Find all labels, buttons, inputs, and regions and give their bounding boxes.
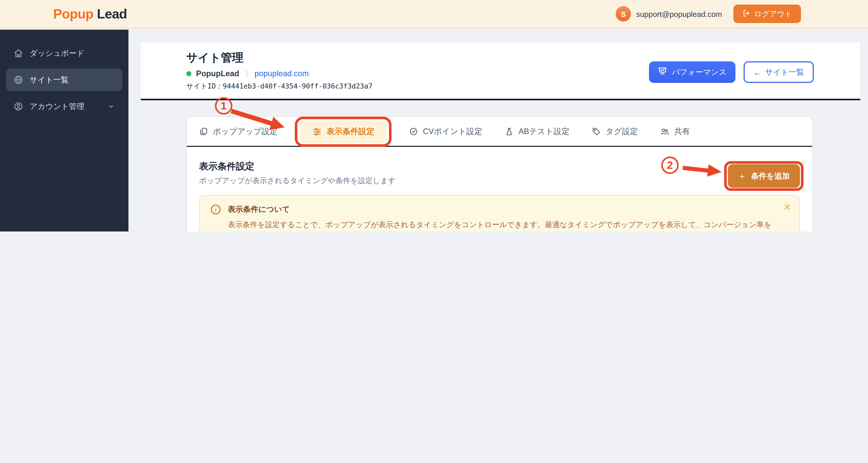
section-header: 表示条件設定 ポップアップが表示されるタイミングや条件を設定します ＋ 条件を追… — [187, 147, 812, 186]
add-condition-button[interactable]: ＋ 条件を追加 — [727, 164, 800, 188]
section-header-text: 表示条件設定 ポップアップが表示されるタイミングや条件を設定します — [199, 160, 396, 186]
close-icon[interactable]: ✕ — [783, 202, 791, 213]
chevron-down-icon — [107, 102, 115, 110]
site-domain-link[interactable]: popuplead.com — [255, 69, 309, 78]
info-title: 表示条件について — [228, 204, 777, 214]
users-icon — [660, 127, 670, 136]
logout-icon — [742, 9, 750, 19]
status-dot — [186, 71, 191, 76]
tab-display-conditions-wrap: 表示条件設定 — [300, 120, 386, 143]
tab-display-conditions[interactable]: 表示条件設定 — [300, 120, 386, 143]
user-identity: S support@popuplead.com — [616, 6, 722, 22]
performance-button[interactable]: パフォーマンス — [649, 61, 736, 83]
user-email: support@popuplead.com — [636, 9, 722, 18]
back-to-sites-button[interactable]: ← サイト一覧 — [744, 61, 814, 83]
tab-popup-settings[interactable]: ポップアップ設定 — [199, 126, 277, 137]
logout-label: ログアウト — [754, 9, 792, 19]
site-id: サイトID：94441eb3-d40f-4354-90ff-036c3f3d23… — [186, 82, 860, 91]
sidebar-item-label: アカウント管理 — [30, 102, 85, 111]
performance-label: パフォーマンス — [672, 67, 727, 77]
tab-label: ポップアップ設定 — [213, 126, 277, 137]
tab-ab-test[interactable]: ABテスト設定 — [505, 126, 569, 137]
presentation-chart-icon — [658, 67, 668, 78]
sliders-icon — [312, 127, 322, 136]
tag-icon — [592, 127, 601, 136]
app-root: Popup Lead S support@popuplead.com ログアウト — [0, 0, 868, 232]
tab-cv-points[interactable]: CVポイント設定 — [409, 126, 482, 137]
sidebar-item-sites[interactable]: サイト一覧 — [6, 69, 122, 91]
logout-button[interactable]: ログアウト — [734, 5, 801, 23]
logo-text-secondary: Lead — [97, 6, 127, 22]
back-arrow-icon: ← — [753, 68, 761, 76]
annotation-step-1-badge: 1 — [215, 97, 232, 114]
sidebar-item-label: ダッシュボード — [30, 48, 85, 58]
tab-label: 共有 — [674, 126, 690, 137]
home-icon — [13, 48, 24, 58]
divider: | — [244, 69, 250, 78]
plus-icon: ＋ — [738, 170, 746, 182]
add-condition-label: 条件を追加 — [751, 171, 790, 181]
tab-label: タグ設定 — [606, 126, 638, 137]
tab-bar: ポップアップ設定 表示条件設定 — [187, 117, 812, 147]
settings-card: ポップアップ設定 表示条件設定 — [186, 117, 813, 232]
logo-text-primary: Popup — [53, 6, 93, 22]
globe-icon — [13, 75, 24, 85]
app-logo: Popup Lead — [53, 6, 127, 22]
site-header-actions: パフォーマンス ← サイト一覧 — [649, 61, 814, 83]
sidebar-item-label: サイト一覧 — [30, 75, 69, 85]
sidebar: ダッシュボード サイト一覧 アカウント管理 — [0, 30, 128, 232]
tab-label: 表示条件設定 — [327, 126, 374, 137]
section-title: 表示条件設定 — [199, 160, 396, 172]
tab-label: CVポイント設定 — [423, 126, 482, 137]
user-circle-icon — [13, 101, 24, 111]
add-condition-wrap: ＋ 条件を追加 — [727, 164, 800, 188]
user-cluster: S support@popuplead.com ログアウト — [616, 5, 801, 23]
info-box: i 表示条件について 表示条件を設定することで、ポップアップが表示されるタイミン… — [199, 195, 800, 232]
back-label: サイト一覧 — [765, 67, 804, 77]
section-subtitle: ポップアップが表示されるタイミングや条件を設定します — [199, 175, 396, 186]
check-circle-icon — [409, 127, 418, 136]
flask-icon — [505, 127, 514, 136]
site-header: サイト管理 PopupLead | popuplead.com サイトID：94… — [141, 42, 860, 100]
info-description: 表示条件を設定することで、ポップアップが表示されるタイミングをコントロールできま… — [228, 219, 777, 232]
sidebar-item-account[interactable]: アカウント管理 — [6, 95, 122, 118]
tab-label: ABテスト設定 — [519, 126, 569, 137]
tab-share[interactable]: 共有 — [660, 126, 690, 137]
site-name: PopupLead — [196, 69, 239, 78]
avatar: S — [616, 6, 631, 22]
annotation-step-2-badge: 2 — [661, 157, 679, 174]
info-content: 表示条件について 表示条件を設定することで、ポップアップが表示されるタイミングを… — [228, 204, 777, 232]
sidebar-item-dashboard[interactable]: ダッシュボード — [6, 42, 122, 64]
copy-icon — [199, 127, 208, 136]
info-icon: i — [211, 205, 221, 214]
top-header: Popup Lead S support@popuplead.com ログアウト — [0, 0, 868, 29]
tab-tag-settings[interactable]: タグ設定 — [592, 126, 638, 137]
